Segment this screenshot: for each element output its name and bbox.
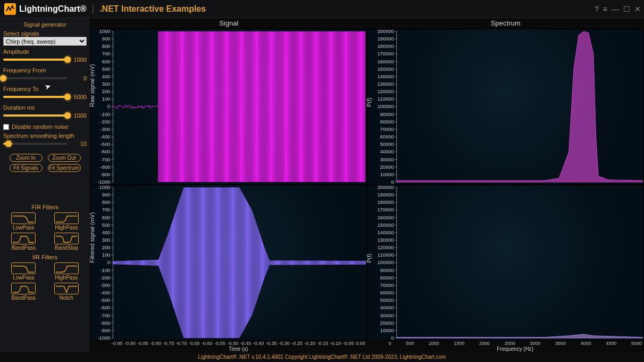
signal-column-title: Signal	[90, 18, 367, 29]
svg-text:0: 0	[107, 104, 110, 110]
iir-lowpass-button[interactable]: LowPass	[7, 262, 40, 281]
freq-to-slider[interactable]	[3, 96, 68, 98]
titlebar: LightningChart® | .NET Interactive Examp…	[0, 0, 644, 18]
svg-text:-800: -800	[101, 320, 111, 326]
svg-text:-100: -100	[101, 268, 111, 273]
svg-text:700: 700	[102, 52, 111, 57]
iir-notch-label: Notch	[60, 295, 73, 301]
fir-highpass-button[interactable]: HighPass	[51, 212, 83, 231]
fir-filters-head: FIR Filters	[3, 204, 87, 210]
maximize-icon[interactable]: ☐	[623, 5, 630, 13]
svg-text:-300: -300	[101, 283, 111, 288]
help-icon[interactable]: ?	[595, 5, 599, 13]
fir-bandpass-button[interactable]: BandPass	[7, 233, 40, 251]
zoom-in-button[interactable]: Zoom In	[10, 154, 43, 162]
svg-text:60000: 60000	[380, 134, 394, 139]
fit-signals-button[interactable]: Fit Signals	[10, 164, 43, 172]
svg-text:-300: -300	[101, 127, 111, 132]
svg-text:100: 100	[102, 252, 111, 258]
smoothing-slider[interactable]	[3, 143, 68, 145]
svg-text:90000: 90000	[380, 268, 394, 273]
freq-from-label: Frequency From	[3, 67, 87, 73]
duration-label: Duration ms	[3, 104, 87, 111]
svg-text:-200: -200	[101, 275, 111, 281]
svg-text:300: 300	[102, 81, 111, 87]
select-signals-dropdown[interactable]: Chirp (freq. sweep)	[3, 37, 87, 46]
svg-text:200000: 200000	[377, 185, 394, 190]
svg-text:-400: -400	[101, 290, 111, 295]
fir-bandpass-label: BandPass	[11, 245, 36, 251]
sidebar: Signal generator Select signals Chirp (f…	[0, 18, 90, 352]
filtered-signal-plot[interactable]: Filtered signal (mV) 1000900800700600500…	[90, 185, 367, 341]
iir-notch-button[interactable]: Notch	[51, 283, 83, 301]
freq-from-slider[interactable]	[3, 77, 68, 79]
svg-text:50000: 50000	[380, 142, 394, 147]
svg-text:190000: 190000	[377, 36, 394, 42]
svg-text:-500: -500	[101, 142, 111, 147]
menu-icon[interactable]: ≡	[603, 5, 607, 13]
iir-highpass-button[interactable]: HighPass	[51, 262, 83, 281]
smoothing-label: Spectrum smoothing length	[3, 133, 87, 139]
svg-text:160000: 160000	[377, 59, 394, 64]
time-xaxis: -0.95-0.90-0.85-0.80-0.75-0.70-0.65-0.60…	[90, 341, 367, 352]
iir-bandpass-label: BandPass	[11, 295, 36, 301]
bandpass-icon	[11, 233, 36, 244]
svg-text:900: 900	[102, 192, 111, 198]
svg-text:130000: 130000	[377, 81, 394, 87]
svg-text:800: 800	[102, 200, 111, 205]
svg-text:200: 200	[102, 245, 111, 250]
svg-text:130000: 130000	[377, 237, 394, 243]
svg-text:-800: -800	[101, 164, 111, 170]
freq-to-value: 5000	[71, 94, 87, 100]
svg-text:190000: 190000	[377, 192, 394, 198]
svg-text:-900: -900	[101, 172, 111, 177]
svg-text:170000: 170000	[377, 52, 394, 57]
svg-text:120000: 120000	[377, 245, 394, 250]
disable-noise-checkbox[interactable]	[3, 124, 9, 130]
svg-text:70000: 70000	[380, 283, 394, 288]
disable-noise-label: Disable random noise	[12, 124, 68, 130]
spectrum-column-title: Spectrum	[367, 18, 645, 29]
svg-text:-200: -200	[101, 119, 111, 125]
filtered-spectrum-plot[interactable]: P(f) 20000019000018000017000016000015000…	[367, 185, 645, 341]
svg-text:200000: 200000	[377, 29, 394, 34]
select-signals-label: Select signals	[3, 30, 87, 37]
smoothing-value: 10	[71, 141, 87, 147]
svg-text:40000: 40000	[380, 150, 394, 155]
svg-text:-700: -700	[101, 313, 111, 318]
fir-lowpass-button[interactable]: LowPass	[7, 212, 40, 231]
raw-signal-plot[interactable]: Raw signal (mV) 100090080070060050040030…	[90, 29, 367, 185]
zoom-out-button[interactable]: Zoom Out	[48, 154, 81, 162]
svg-text:-700: -700	[101, 157, 111, 162]
close-icon[interactable]: ✕	[634, 5, 641, 13]
iir-highpass-label: HighPass	[55, 275, 78, 281]
svg-text:120000: 120000	[377, 89, 394, 94]
fit-spectrum-button[interactable]: Fit Spectrum	[48, 164, 81, 172]
signal-generator-head: Signal generator	[3, 21, 87, 28]
svg-text:-1000: -1000	[97, 179, 110, 184]
svg-text:30000: 30000	[380, 157, 394, 162]
brand-text: LightningChart®	[19, 4, 86, 14]
svg-text:300: 300	[102, 237, 111, 243]
fir-bandstop-label: BandStop	[55, 245, 78, 251]
footer-text: LightningChart® .NET v.10.4.1.4001 Copyr…	[0, 352, 644, 362]
subtitle: .NET Interactive Examples	[99, 4, 206, 14]
duration-slider[interactable]	[3, 114, 68, 117]
iir-bandpass-button[interactable]: BandPass	[7, 283, 40, 301]
raw-spectrum-plot[interactable]: P(f) 20000019000018000017000016000015000…	[367, 29, 645, 185]
lowpass-icon	[11, 212, 36, 224]
svg-text:600: 600	[102, 59, 111, 64]
notch-icon	[54, 283, 79, 294]
svg-text:170000: 170000	[377, 208, 394, 213]
duration-value: 1000	[71, 112, 87, 119]
fir-bandstop-button[interactable]: BandStop	[51, 233, 83, 251]
amplitude-value: 1000	[71, 56, 87, 63]
bandpass-icon	[11, 283, 36, 294]
minimize-icon[interactable]: —	[612, 5, 619, 13]
iir-lowpass-label: LowPass	[13, 275, 35, 281]
svg-text:600: 600	[102, 215, 111, 220]
freq-from-value: 0	[71, 75, 87, 81]
amplitude-slider[interactable]	[3, 59, 68, 61]
svg-text:400: 400	[102, 74, 111, 79]
svg-text:160000: 160000	[377, 215, 394, 220]
